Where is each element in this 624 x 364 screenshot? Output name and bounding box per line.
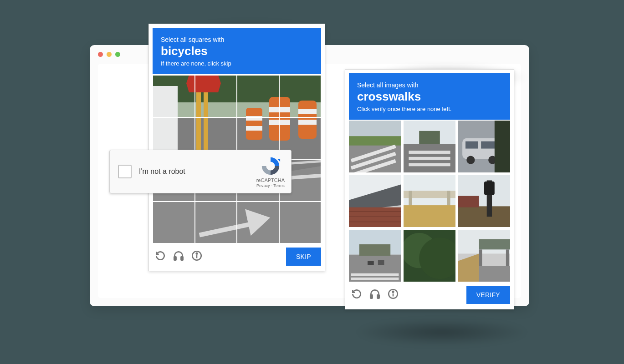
svg-rect-34 [409,151,450,154]
svg-point-24 [196,253,198,254]
captcha-header: Select all squares with bicycles If ther… [153,28,321,74]
svg-rect-59 [484,182,495,195]
svg-rect-76 [479,266,510,282]
captcha-tile[interactable] [458,230,510,282]
recaptcha-legal-links: Privacy - Terms [256,183,285,188]
captcha-tile[interactable] [404,121,455,172]
captcha-footer: VERIFY [349,282,510,305]
captcha-header: Select all images with crosswalks Click … [349,73,510,120]
captcha-footer: SKIP [153,243,321,267]
svg-marker-75 [458,253,479,282]
captcha-tile[interactable] [349,230,401,282]
window-maximize-icon[interactable] [115,52,120,57]
terms-link[interactable]: Terms [273,183,285,188]
headphones-icon[interactable] [369,288,381,302]
svg-rect-37 [419,131,440,144]
svg-rect-47 [349,207,401,227]
shadow [355,318,528,346]
captcha-tile[interactable] [458,121,510,172]
svg-rect-77 [370,295,372,298]
headphones-icon[interactable] [173,250,184,263]
recaptcha-brand-text: reCAPTCHA [256,177,285,183]
captcha-instruction-line3: Click verify once there are none left. [357,106,502,112]
svg-rect-66 [351,273,399,276]
window-close-icon[interactable] [98,52,103,57]
grid-cell[interactable] [195,75,237,117]
svg-point-40 [466,156,475,164]
captcha-panel-crosswalks: Select all images with crosswalks Click … [345,69,514,309]
svg-rect-57 [458,206,510,227]
captcha-instruction-line1: Select all images with [357,81,502,89]
svg-rect-78 [377,295,379,298]
captcha-instruction-line1: Select all squares with [161,36,313,43]
captcha-image-grid [349,121,510,282]
recaptcha-checkbox[interactable] [118,165,132,178]
svg-rect-54 [447,191,450,206]
captcha-target-word: crosswalks [357,90,502,104]
svg-rect-20 [174,257,176,260]
svg-rect-67 [351,278,399,280]
verify-button[interactable]: VERIFY [466,286,510,304]
grid-cell[interactable] [279,75,322,117]
captcha-tile[interactable] [458,175,510,227]
recaptcha-label: I'm not a robot [139,167,185,176]
grid-cell[interactable] [153,75,195,117]
captcha-tile[interactable] [404,175,455,227]
svg-rect-35 [409,157,450,160]
captcha-tile[interactable] [349,175,401,227]
captcha-panel-bicycles: Select all squares with bicycles If ther… [148,24,325,271]
svg-rect-42 [465,142,478,149]
svg-rect-55 [404,205,455,227]
captcha-instruction-line3: If there are none, click skip [161,60,313,67]
svg-rect-60 [458,196,479,207]
grid-cell[interactable] [195,202,237,244]
skip-button[interactable]: SKIP [286,248,321,266]
recaptcha-logo-icon [260,156,281,177]
grid-cell[interactable] [237,75,279,117]
svg-rect-44 [495,121,510,172]
window-minimize-icon[interactable] [107,52,112,57]
recaptcha-branding: reCAPTCHA Privacy - Terms [256,156,285,188]
captcha-target-word: bicycles [161,44,313,58]
svg-rect-65 [378,260,384,265]
svg-rect-36 [409,163,450,166]
svg-marker-25 [277,159,280,162]
captcha-tile[interactable] [349,121,401,172]
svg-rect-28 [349,136,401,146]
refresh-icon[interactable] [154,250,166,263]
captcha-tile[interactable] [404,230,455,282]
info-icon[interactable] [191,250,203,263]
refresh-icon[interactable] [351,288,363,302]
grid-cell[interactable] [153,202,195,244]
privacy-link[interactable]: Privacy [256,183,270,188]
svg-rect-53 [409,191,412,206]
svg-rect-72 [479,239,510,250]
svg-rect-63 [359,244,390,256]
svg-rect-43 [481,142,496,149]
svg-point-81 [393,291,394,293]
grid-cell[interactable] [279,202,322,244]
recaptcha-widget: I'm not a robot reCAPTCHA Privacy - Term… [109,150,292,193]
svg-rect-21 [181,257,183,260]
grid-cell[interactable] [237,202,279,244]
svg-rect-64 [368,261,374,265]
info-icon[interactable] [387,288,399,302]
